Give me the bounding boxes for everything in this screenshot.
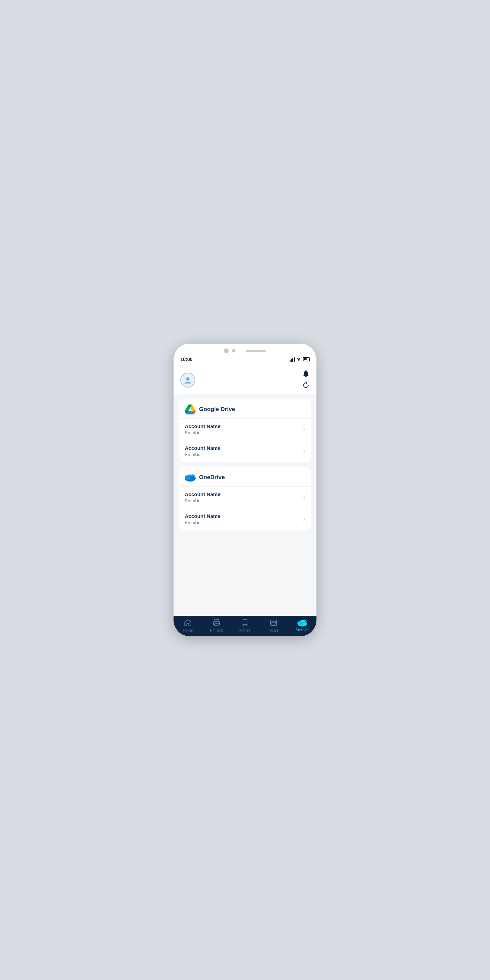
- status-time: 10:00: [180, 356, 192, 362]
- google-drive-icon: [185, 404, 196, 415]
- app-content: Google Drive Account Name Email id › Ac: [173, 365, 317, 616]
- speaker-dot: [232, 349, 235, 353]
- nav-item-storage[interactable]: Storage: [292, 619, 312, 632]
- nav-item-printing[interactable]: Printing: [235, 619, 255, 632]
- onedrive-account-1[interactable]: Account Name Email id ›: [179, 487, 311, 508]
- account-info-1: Account Name Email id: [185, 423, 221, 435]
- chevron-right-icon-1: ›: [303, 426, 305, 433]
- onedrive-account-info-2: Account Name Email id: [185, 513, 221, 525]
- avatar-icon: [183, 375, 192, 385]
- bell-icon[interactable]: [302, 369, 310, 379]
- avatar[interactable]: [180, 372, 195, 388]
- onedrive-card: OneDrive Account Name Email id › Accoun: [179, 467, 311, 530]
- svg-rect-3: [214, 619, 219, 622]
- onedrive-account-2[interactable]: Account Name Email id ›: [179, 508, 311, 530]
- storage-sections: Google Drive Account Name Email id › Ac: [173, 395, 317, 534]
- bottom-nav: Home Printers: [173, 616, 317, 636]
- google-drive-header: Google Drive: [179, 399, 311, 418]
- home-icon: [184, 619, 192, 627]
- svg-point-15: [298, 621, 304, 625]
- nav-label-printers: Printers: [210, 628, 223, 632]
- account-email-1: Email id: [185, 430, 221, 435]
- battery-fill: [304, 358, 307, 360]
- phone-inner: 10:00: [173, 344, 317, 636]
- scan-icon: [269, 619, 278, 627]
- account-name-2: Account Name: [185, 445, 221, 451]
- onedrive-account-email-2: Email id: [185, 520, 221, 525]
- nav-label-printing: Printing: [239, 628, 251, 632]
- nav-item-home[interactable]: Home: [178, 619, 198, 632]
- speaker-bar: [246, 350, 266, 352]
- nav-label-storage: Storage: [296, 628, 309, 632]
- printing-icon: [241, 619, 249, 627]
- nav-item-printers[interactable]: Printers: [206, 619, 227, 632]
- phone-top-bar: [173, 344, 317, 355]
- google-drive-account-1[interactable]: Account Name Email id ›: [179, 418, 311, 440]
- onedrive-account-info-1: Account Name Email id: [185, 492, 221, 503]
- signal-bar-1: [290, 360, 291, 362]
- storage-icon: [298, 619, 307, 627]
- chevron-right-icon-4: ›: [303, 515, 305, 523]
- signal-bar-3: [292, 358, 293, 362]
- header-actions: [302, 369, 310, 391]
- nav-label-scan: Scan: [269, 628, 278, 632]
- nav-label-home: Home: [183, 628, 192, 632]
- signal-bar-4: [294, 357, 295, 362]
- signal-bar-2: [291, 360, 292, 362]
- svg-point-0: [186, 377, 189, 381]
- svg-point-6: [218, 623, 219, 624]
- chevron-right-icon-2: ›: [303, 447, 305, 455]
- onedrive-icon: [185, 472, 196, 483]
- onedrive-account-name-1: Account Name: [185, 492, 221, 497]
- onedrive-account-email-1: Email id: [185, 498, 221, 503]
- battery-icon: [303, 357, 310, 361]
- printers-icon: [212, 619, 221, 627]
- nav-item-scan[interactable]: Scan: [263, 619, 284, 632]
- google-drive-card: Google Drive Account Name Email id › Ac: [179, 399, 311, 462]
- account-email-2: Email id: [185, 452, 221, 457]
- google-drive-account-2[interactable]: Account Name Email id ›: [179, 440, 311, 462]
- app-header: [173, 365, 317, 394]
- wifi-icon: [296, 357, 301, 362]
- onedrive-title: OneDrive: [199, 474, 225, 481]
- onedrive-account-name-2: Account Name: [185, 513, 221, 519]
- status-bar: 10:00: [173, 355, 317, 365]
- chevron-right-icon-3: ›: [303, 494, 305, 501]
- onedrive-header: OneDrive: [179, 467, 311, 487]
- account-name-1: Account Name: [185, 423, 221, 429]
- refresh-icon[interactable]: [302, 382, 310, 391]
- signal-icon: [290, 357, 295, 362]
- google-drive-title: Google Drive: [199, 406, 235, 413]
- phone-frame: 10:00: [173, 344, 317, 636]
- camera-dot: [224, 348, 229, 353]
- account-info-2: Account Name Email id: [185, 445, 221, 457]
- status-icons: [290, 357, 310, 362]
